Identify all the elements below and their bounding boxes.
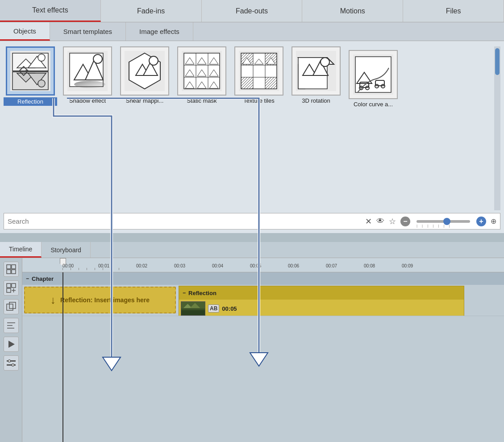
- zoom-slider-track[interactable]: | | | | | | |: [417, 220, 470, 223]
- reflection-track-content: AB 00:05: [179, 300, 464, 316]
- track-ab-icon: AB: [208, 304, 219, 313]
- svg-point-21: [149, 56, 158, 65]
- tab-fade-outs-label: Fade-outs: [236, 7, 268, 15]
- video-thumbnail: [181, 301, 205, 316]
- reflection-collapse-btn[interactable]: −: [183, 290, 186, 296]
- effect-reflection[interactable]: Reflection: [4, 46, 57, 108]
- ruler-mark-6: 00:06: [288, 263, 299, 268]
- tool-settings[interactable]: [4, 355, 19, 371]
- svg-point-56: [321, 58, 329, 67]
- effect-shear-label: Shear mappi...: [126, 97, 164, 104]
- ruler-mark-9: 00:09: [402, 263, 413, 268]
- tab-storyboard[interactable]: Storyboard: [42, 242, 90, 258]
- effect-reflection-label: Reflection: [4, 97, 57, 106]
- playhead: [62, 272, 63, 442]
- svg-point-8: [38, 80, 45, 87]
- effect-3d-rotation-thumb: [292, 46, 341, 96]
- svg-rect-89: [181, 310, 205, 316]
- tab-text-effects-label: Text effects: [32, 6, 68, 14]
- effect-3d-rotation[interactable]: 3D rotation: [289, 46, 343, 108]
- chapter-label: Chapter: [32, 275, 54, 282]
- tab-image-effects[interactable]: Image effects: [126, 22, 193, 41]
- tool-storyboard[interactable]: [4, 262, 19, 277]
- timeline-ruler: 00:00 00:01 00:02 00:03 00:04 00:05 00:0…: [22, 258, 504, 272]
- svg-rect-46: [265, 77, 277, 89]
- effect-color-curve[interactable]: Color curve a...: [346, 50, 400, 108]
- svg-rect-71: [12, 284, 16, 288]
- tab-timeline-label: Timeline: [9, 246, 32, 253]
- tool-duplicate[interactable]: [4, 299, 19, 314]
- svg-rect-69: [12, 270, 16, 274]
- tab-objects-label: Objects: [13, 27, 36, 35]
- effect-shadow-label: Shadow effect: [69, 97, 106, 104]
- tab-smart-templates-label: Smart templates: [63, 28, 112, 35]
- timeline-toolbar: [0, 258, 22, 442]
- top-tab-bar: Text effects Fade-ins Fade-outs Motions …: [0, 0, 504, 22]
- zoom-in-button[interactable]: +: [476, 217, 486, 226]
- tab-objects[interactable]: Objects: [0, 22, 50, 41]
- svg-rect-75: [7, 304, 13, 310]
- timeline-tracks: − Chapter ↓ Reflection: Insert images he…: [22, 272, 504, 442]
- scrollbar-thumb[interactable]: [495, 48, 500, 75]
- effect-texture-tiles-thumb: [234, 46, 283, 96]
- reflection-placeholder[interactable]: ↓ Reflection: Insert images here: [24, 287, 176, 313]
- effects-scrollbar[interactable]: [494, 46, 500, 210]
- ruler-mark-5: 00:05: [250, 263, 261, 268]
- effect-3d-rotation-label: 3D rotation: [302, 97, 330, 104]
- effect-texture-tiles-label: Texture tiles: [243, 97, 274, 104]
- effect-shadow[interactable]: Shadow effect: [61, 46, 114, 108]
- tab-smart-templates[interactable]: Smart templates: [50, 22, 126, 41]
- search-bar: ✕ 👁 ☆ − | | | | | | |: [4, 213, 500, 229]
- tab-motions-label: Motions: [340, 7, 365, 15]
- tab-fade-ins[interactable]: Fade-ins: [101, 0, 202, 22]
- svg-rect-76: [9, 302, 16, 309]
- svg-point-16: [74, 81, 105, 88]
- tab-fade-ins-label: Fade-ins: [137, 7, 165, 15]
- chapter-collapse-btn[interactable]: −: [26, 275, 29, 282]
- track-content-main: ↓ Reflection: Insert images here − Refle…: [22, 285, 504, 316]
- effects-scroll-area: Reflection: [4, 46, 500, 210]
- tool-align[interactable]: [4, 318, 19, 333]
- svg-point-83: [8, 360, 10, 362]
- svg-rect-70: [7, 284, 11, 288]
- svg-rect-72: [7, 288, 11, 292]
- effect-color-curve-label: Color curve a...: [354, 101, 393, 108]
- tool-play[interactable]: [4, 337, 19, 352]
- svg-rect-67: [12, 265, 16, 269]
- reflection-track-header: − Reflection: [179, 286, 464, 300]
- tab-files-label: Files: [446, 7, 461, 15]
- zoom-out-button[interactable]: −: [400, 217, 410, 226]
- preview-eye-button[interactable]: 👁: [376, 217, 384, 226]
- tab-timeline[interactable]: Timeline: [0, 242, 42, 258]
- zoom-fit-button[interactable]: ⊕: [491, 217, 496, 225]
- ruler-mark-2: 00:02: [136, 263, 147, 268]
- effect-shadow-thumb: [63, 46, 112, 96]
- effects-grid: Reflection: [4, 46, 500, 108]
- secondary-tab-bar: Objects Smart templates Image effects: [0, 22, 504, 41]
- tab-files[interactable]: Files: [403, 0, 504, 22]
- reflection-track-label: Reflection: [188, 290, 217, 296]
- effect-static-mask-label: Static mask: [187, 97, 217, 104]
- effect-static-mask-thumb: [177, 46, 226, 96]
- svg-point-84: [12, 364, 14, 366]
- tab-fade-outs[interactable]: Fade-outs: [202, 0, 303, 22]
- svg-rect-66: [7, 265, 11, 269]
- tab-motions[interactable]: Motions: [302, 0, 403, 22]
- timeline-section: Timeline Storyboard: [0, 242, 504, 442]
- search-clear-button[interactable]: ✕: [365, 217, 372, 226]
- svg-point-4: [38, 54, 45, 61]
- effect-texture-tiles[interactable]: Texture tiles: [232, 46, 286, 108]
- effect-static-mask[interactable]: Static mask: [175, 46, 229, 108]
- favorites-star-button[interactable]: ☆: [389, 217, 396, 226]
- ruler-mark-3: 00:03: [174, 263, 185, 268]
- search-input[interactable]: [8, 217, 362, 225]
- effect-color-curve-thumb: [349, 50, 398, 99]
- svg-rect-68: [7, 270, 11, 274]
- effects-panel: Reflection: [0, 41, 504, 233]
- effect-shear[interactable]: Shear mappi...: [118, 46, 171, 108]
- tool-add-track[interactable]: [4, 280, 19, 296]
- effect-reflection-thumb: [6, 46, 55, 96]
- effect-shear-thumb: [120, 46, 169, 96]
- track-row-main: ↓ Reflection: Insert images here − Refle…: [22, 285, 504, 316]
- tab-text-effects[interactable]: Text effects: [0, 0, 101, 22]
